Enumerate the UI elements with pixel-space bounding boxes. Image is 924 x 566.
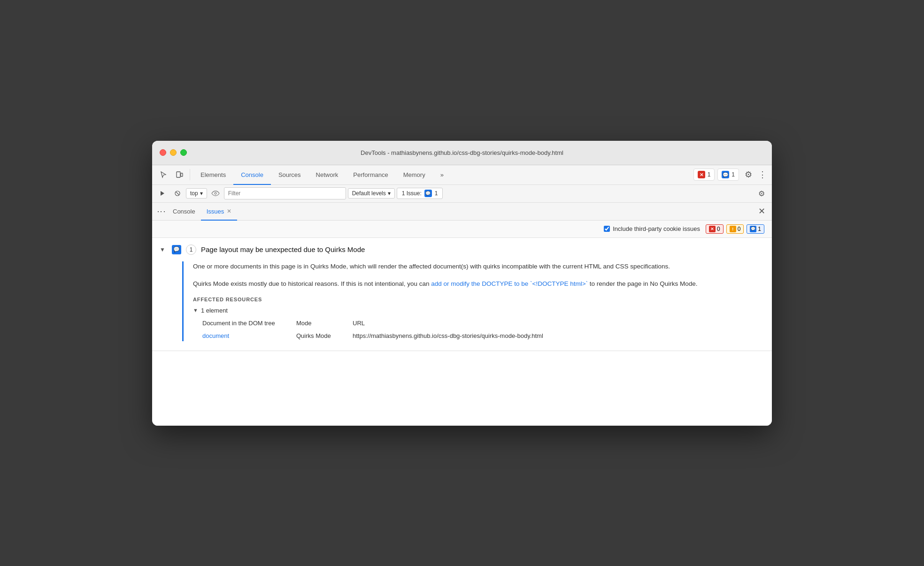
issue-description-1: One or more documents in this page is in… [193,261,764,272]
info-badge-icon: 💬 [750,226,756,232]
panel-menu-btn[interactable]: ⋮ [156,205,167,218]
context-selector-btn[interactable]: top ▾ [186,188,207,199]
svg-line-4 [176,192,179,195]
chevron-down-icon: ▾ [200,190,203,197]
eye-btn[interactable] [209,187,222,200]
more-options-btn[interactable]: ⋮ [757,167,768,182]
error-icon: ✕ [698,171,705,178]
svg-rect-0 [177,172,180,177]
col-url-header: URL [353,320,764,327]
error-count-badge: ✕ 0 [706,224,724,234]
info-count-badge: 💬 1 [747,224,764,234]
clear-console-btn[interactable] [171,187,184,200]
affected-resources: Affected Resources ▼ 1 element Document … [193,297,764,341]
resource-section-header[interactable]: ▼ 1 element [193,307,764,314]
issues-label: 1 Issue: [402,190,422,197]
warning-count-badge: ! 0 [726,224,744,234]
desc2-prefix: Quirks Mode exists mostly due to histori… [193,280,431,287]
device-icon-btn[interactable] [172,167,187,182]
issue-left-bar: One or more documents in this page is in… [182,261,764,341]
error-badge-icon: ✕ [709,226,716,232]
mode-value-text: Quirks Mode [296,332,331,339]
issue-doc-link[interactable]: add or modify the DOCTYPE to be `<!DOCTY… [431,280,588,287]
col-mode-value: Quirks Mode [296,332,353,339]
execute-btn[interactable] [156,187,169,200]
filter-input[interactable] [224,187,346,199]
close-button[interactable] [160,149,166,156]
resource-table-header: Document in the DOM tree Mode URL [202,318,764,329]
third-party-checkbox-label[interactable]: Include third-party cookie issues [604,225,700,232]
message-count-btn[interactable]: 💬 1 [717,168,739,181]
devtools-window: DevTools - mathiasbynens.github.io/css-d… [152,141,772,426]
resource-section: ▼ 1 element Document in the DOM tree Mod… [193,307,764,341]
vertical-dots-icon: ⋮ [758,169,767,180]
col-mode-header: Mode [296,320,353,327]
issue-type-icon: 💬 [172,245,181,254]
tab-more[interactable]: » [433,165,451,185]
tab-console[interactable]: Console [233,165,271,185]
resource-table: Document in the DOM tree Mode URL docume… [202,318,764,341]
window-title: DevTools - mathiasbynens.github.io/css-d… [361,149,563,156]
warning-badge-icon: ! [730,226,736,232]
device-icon [176,171,183,178]
issues-filter-bar: Include third-party cookie issues ✕ 0 ! … [152,221,772,238]
col-doc-header: Document in the DOM tree [202,320,296,327]
issue-expand-chevron-icon[interactable]: ▼ [160,246,167,253]
tab-sources[interactable]: Sources [271,165,308,185]
issue-body: One or more documents in this page is in… [152,261,772,351]
tab-network[interactable]: Network [308,165,346,185]
main-tab-bar: Elements Console Sources Network Perform… [193,165,451,184]
third-party-checkbox[interactable] [604,226,610,232]
affected-label: Affected Resources [193,297,764,302]
clear-icon [174,190,181,197]
svg-point-5 [215,192,216,194]
close-issues-tab-icon[interactable]: ✕ [227,208,231,214]
issues-count: 1 [435,190,438,197]
third-party-label: Include third-party cookie issues [613,225,700,232]
settings-btn[interactable]: ⚙ [741,167,756,182]
panel-tab-issues[interactable]: Issues ✕ [201,203,238,221]
svg-rect-1 [181,173,183,176]
error-count-btn[interactable]: ✕ 1 [693,168,715,181]
issue-title: Page layout may be unexpected due to Qui… [201,245,365,253]
col-doc-value: document [202,332,296,339]
panel-tab-console[interactable]: Console [167,203,201,221]
issue-header[interactable]: ▼ 💬 1 Page layout may be unexpected due … [152,238,772,261]
error-count: 1 [708,171,711,178]
levels-label: Default levels [352,190,386,197]
minimize-button[interactable] [170,149,177,156]
svg-marker-2 [161,191,164,196]
levels-chevron-icon: ▾ [388,190,391,197]
maximize-button[interactable] [180,149,187,156]
info-count-value: 1 [758,226,761,232]
error-count-value: 0 [717,226,720,232]
desc2-suffix: to render the page in No Quirks Mode. [588,280,697,287]
toolbar-separator [190,169,190,180]
tab-performance[interactable]: Performance [346,165,395,185]
message-count: 1 [732,171,735,178]
document-link[interactable]: document [202,332,296,339]
resource-chevron-icon[interactable]: ▼ [193,307,198,313]
issues-shortcut-btn[interactable]: 1 Issue: 💬 1 [397,188,443,199]
main-toolbar: Elements Console Sources Network Perform… [152,165,772,185]
tab-elements[interactable]: Elements [193,165,233,185]
issue-item: ▼ 💬 1 Page layout may be unexpected due … [152,238,772,351]
issue-count-badge: 1 [186,245,196,255]
issue-counts: ✕ 0 ! 0 💬 1 [706,224,764,234]
message-icon: 💬 [722,171,729,178]
console-settings-btn[interactable]: ⚙ [755,187,768,200]
resource-table-row: document Quirks Mode https://mathiasbyne… [202,330,764,341]
gear-icon: ⚙ [745,169,752,180]
issues-badge-icon: 💬 [424,190,432,197]
levels-btn[interactable]: Default levels ▾ [348,188,395,199]
tab-memory[interactable]: Memory [396,165,433,185]
console-toolbar: top ▾ Default levels ▾ 1 Issue: 💬 1 ⚙ [152,185,772,203]
warning-count-value: 0 [738,226,741,232]
panel-close-btn[interactable]: ✕ [755,205,768,218]
url-value-text: https://mathiasbynens.github.io/css-dbg-… [353,332,543,339]
issue-description-2: Quirks Mode exists mostly due to histori… [193,279,764,289]
title-bar: DevTools - mathiasbynens.github.io/css-d… [152,141,772,165]
cursor-icon [160,171,167,178]
cursor-icon-btn[interactable] [156,167,171,182]
traffic-lights [160,149,187,156]
